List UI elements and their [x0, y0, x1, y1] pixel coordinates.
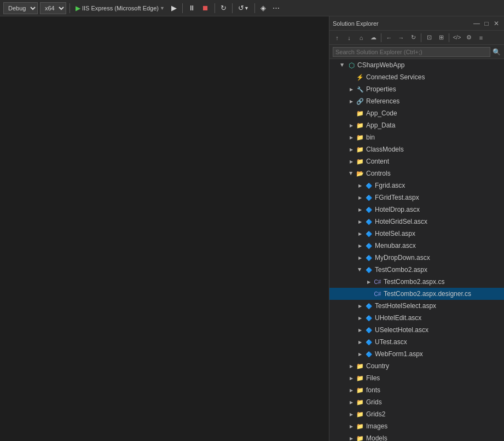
models-arrow: ▶ [347, 434, 356, 441]
content-label: Content [366, 158, 389, 165]
fgrid-icon: 🔷 [364, 181, 373, 190]
tb-sep-3 [449, 33, 449, 42]
pause-button[interactable]: ⏸ [186, 2, 198, 14]
hot-reload-icon: ↺ [238, 4, 244, 12]
webform1-arrow: ▶ [356, 350, 364, 358]
hotelgridsel-label: HotelGridSel.ascx [375, 218, 427, 225]
panel-minimize-button[interactable]: — [472, 19, 481, 28]
controls-label: Controls [366, 170, 391, 177]
controls-arrow: ▶ [347, 169, 356, 178]
tree-mydropdown[interactable]: ▶ 🔷 MyDropDown.ascx [329, 252, 504, 264]
search-button[interactable]: 🔍 [493, 48, 501, 56]
tree-project-root[interactable]: ▶ ⬡ CSharpWebApp [329, 59, 504, 71]
fonts-arrow: ▶ [347, 386, 356, 394]
refs-icon: 🔗 [356, 97, 364, 106]
panel-maximize-button[interactable]: □ [482, 19, 491, 28]
fonts-label: fonts [366, 386, 380, 394]
tree-uselecthotel[interactable]: ▶ 🔷 USelectHotel.ascx [329, 324, 504, 336]
hot-reload-button[interactable]: ↺ ▼ [236, 2, 251, 14]
tree-grids[interactable]: ▶ 📁 Grids [329, 396, 504, 408]
tb-prev-btn[interactable]: ← [384, 32, 395, 43]
utest-label: UTest.ascx [375, 338, 407, 346]
tb-home-btn[interactable]: ⌂ [356, 32, 367, 43]
tree-hotelsel[interactable]: ▶ 🔷 HotelSel.aspx [329, 228, 504, 240]
panel-titlebar: Solution Explorer — □ ✕ [329, 16, 504, 31]
tree-testcombo2-designer[interactable]: ▶ C# TestCombo2.aspx.designer.cs [329, 288, 504, 300]
tb-refresh-btn[interactable]: ↻ [408, 32, 419, 43]
tb-code-btn[interactable]: </> [451, 32, 462, 43]
tree-connected-services[interactable]: ▶ ⚡ Connected Services [329, 71, 504, 83]
main-toolbar: Debug x64 ▶ IIS Express (Microsoft Edge)… [0, 0, 504, 16]
tree-fgrid[interactable]: ▶ 🔷 Fgrid.ascx [329, 179, 504, 192]
hotelsel-label: HotelSel.aspx [375, 230, 415, 237]
tree-testhotelselect[interactable]: ▶ 🔷 TestHotelSelect.aspx [329, 300, 504, 312]
run-nodebug-icon: ▶ [171, 4, 177, 12]
menubar-label: Menubar.ascx [375, 242, 416, 249]
tree-country[interactable]: ▶ 📁 Country [329, 360, 504, 372]
tree-testcombo2-cs[interactable]: ▶ C# TestCombo2.aspx.cs [329, 276, 504, 288]
tree-hotelgridsel[interactable]: ▶ 🔷 HotelGridSel.ascx [329, 216, 504, 228]
appcode-label: App_Code [366, 109, 397, 117]
tb-expand-btn[interactable]: ⊞ [436, 32, 447, 43]
tb-settings-btn[interactable]: ⚙ [464, 32, 474, 43]
run-button[interactable]: ▶ IIS Express (Microsoft Edge) ▼ [73, 3, 167, 13]
grids2-arrow: ▶ [347, 410, 356, 419]
props-arrow: ▶ [347, 85, 356, 94]
designer-icon: C# [373, 289, 382, 298]
tree-references[interactable]: ▶ 🔗 References [329, 95, 504, 107]
tree-app-code[interactable]: ▶ 📁 App_Code [329, 107, 504, 119]
panel-close-button[interactable]: ✕ [492, 19, 501, 28]
play-icon: ▶ [76, 4, 80, 12]
tb-forward-btn[interactable]: ↓ [344, 32, 355, 43]
tb-cloud-btn[interactable]: ☁ [368, 32, 379, 43]
tree-menubar[interactable]: ▶ 🔷 Menubar.ascx [329, 240, 504, 252]
tree-hoteldrop[interactable]: ▶ 🔷 HotelDrop.ascx [329, 204, 504, 216]
tree-properties[interactable]: ▶ 🔧 Properties [329, 83, 504, 95]
tree-fgridtest[interactable]: ▶ 🔷 FGridTest.aspx [329, 192, 504, 204]
tree-app-data[interactable]: ▶ 📁 App_Data [329, 119, 504, 131]
mydropdown-icon: 🔷 [364, 253, 373, 262]
tb-collapse-btn[interactable]: ⊡ [424, 32, 435, 43]
run-without-debug-button[interactable]: ▶ [169, 2, 179, 14]
tb-next-btn[interactable]: → [396, 32, 407, 43]
tree-controls[interactable]: ▶ 📂 Controls [329, 167, 504, 179]
tree-webform1[interactable]: ▶ 🔷 WebForm1.aspx [329, 348, 504, 360]
more-diagnostics-button[interactable]: ⋯ [270, 2, 282, 14]
tb-more-btn[interactable]: ≡ [476, 32, 486, 43]
appdata-folder-icon: 📁 [356, 121, 364, 130]
tree-bin[interactable]: ▶ 📁 bin [329, 131, 504, 143]
bin-arrow: ▶ [347, 133, 356, 142]
stop-button[interactable]: ⏹ [200, 2, 211, 14]
search-input[interactable] [333, 47, 490, 57]
tb-back-btn[interactable]: ↑ [332, 32, 343, 43]
files-label: Files [366, 374, 380, 382]
hoteldrop-icon: 🔷 [364, 205, 373, 214]
testhotelselect-icon: 🔷 [364, 301, 373, 310]
bin-label: bin [366, 134, 375, 141]
platform-select[interactable]: x64 [40, 2, 66, 14]
tree-content[interactable]: ▶ 📁 Content [329, 155, 504, 167]
restart-button[interactable]: ↻ [218, 2, 229, 14]
tree-models[interactable]: ▶ 📁 Models [329, 432, 504, 441]
content-arrow: ▶ [347, 157, 356, 166]
fgridtest-arrow: ▶ [356, 193, 364, 202]
tree-files[interactable]: ▶ 📁 Files [329, 372, 504, 384]
models-label: Models [366, 434, 387, 441]
solution-tree[interactable]: ▶ ⬡ CSharpWebApp ▶ ⚡ Connected Services … [329, 59, 504, 441]
tree-images[interactable]: ▶ 📁 Images [329, 420, 504, 432]
country-arrow: ▶ [347, 362, 356, 370]
diagnostics-button[interactable]: ◈ [258, 2, 268, 14]
tree-grids2[interactable]: ▶ 📁 Grids2 [329, 408, 504, 420]
tree-uhoteledit[interactable]: ▶ 🔷 UHotelEdit.ascx [329, 312, 504, 324]
debug-config-select[interactable]: Debug [3, 2, 38, 14]
tree-utest[interactable]: ▶ 🔷 UTest.ascx [329, 336, 504, 348]
connected-icon: ⚡ [356, 73, 364, 82]
appcode-folder-icon: 📁 [356, 109, 364, 118]
tree-classmodels[interactable]: ▶ 📁 ClassModels [329, 143, 504, 155]
utest-arrow: ▶ [356, 338, 364, 346]
tree-testcombo2[interactable]: ▶ 🔷 TestCombo2.aspx [329, 264, 504, 276]
webform1-label: WebForm1.aspx [375, 350, 423, 358]
uselecthotel-label: USelectHotel.ascx [375, 326, 428, 334]
code-editor-area[interactable] [0, 16, 329, 441]
tree-fonts[interactable]: ▶ 📁 fonts [329, 384, 504, 396]
